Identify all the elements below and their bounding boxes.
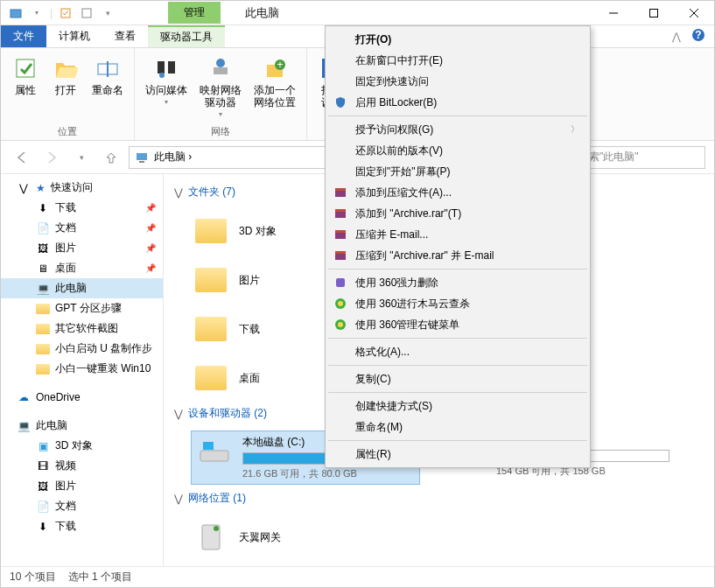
shield-icon: [333, 94, 348, 110]
folder-icon: [36, 304, 50, 314]
sidebar-video[interactable]: 🎞视频: [1, 456, 163, 476]
nav-back[interactable]: [10, 145, 34, 170]
nav-up[interactable]: [99, 145, 123, 170]
ctx-shortcut[interactable]: 创建快捷方式(S): [327, 396, 588, 416]
ctx-pin-start[interactable]: 固定到"开始"屏幕(P): [327, 161, 588, 182]
sidebar-gpt[interactable]: GPT 分区步骤: [1, 298, 163, 318]
svg-rect-0: [11, 10, 21, 18]
folder-icon: [192, 312, 230, 346]
group-network[interactable]: ⋁网络位置 (1): [174, 487, 704, 513]
video-icon: 🎞: [36, 459, 50, 473]
ribbon-collapse-icon[interactable]: ⋀: [672, 31, 681, 43]
onedrive-icon: ☁: [17, 390, 31, 404]
tab-drivetools[interactable]: 驱动器工具: [148, 25, 225, 47]
ctx-restore[interactable]: 还原以前的版本(V): [327, 140, 588, 161]
sidebar-pictures[interactable]: 🖼图片📌: [1, 238, 163, 258]
tab-file[interactable]: 文件: [1, 25, 46, 47]
qat-dropdown[interactable]: ▾: [29, 5, 45, 21]
svg-point-39: [338, 301, 343, 306]
ribbon-rename[interactable]: 重命名: [88, 52, 127, 123]
breadcrumb[interactable]: 此电脑 ›: [154, 150, 192, 164]
ctx-360-menu[interactable]: 使用 360管理右键菜单: [327, 314, 588, 335]
document-icon: 📄: [36, 221, 50, 235]
pin-icon: 📌: [145, 263, 156, 273]
svg-rect-4: [650, 9, 658, 17]
svg-point-14: [159, 73, 165, 78]
ribbon-group-network: 网络: [211, 123, 230, 138]
sidebar-downloads[interactable]: ⬇下载📌: [1, 198, 163, 218]
ctx-open[interactable]: 打开(O): [327, 29, 588, 50]
svg-point-16: [216, 59, 225, 67]
rar-icon: [333, 227, 348, 242]
sidebar-thispc2[interactable]: 💻此电脑: [1, 416, 163, 436]
search-input[interactable]: 索"此电脑": [583, 146, 705, 169]
ribbon-access-media[interactable]: 访问媒体 ▾: [142, 52, 191, 123]
folder-icon: [192, 214, 230, 248]
ctx-copy[interactable]: 复制(C): [327, 368, 588, 389]
pin-icon: 📌: [145, 223, 156, 233]
sidebar-downloads2[interactable]: ⬇下载: [1, 516, 163, 536]
sidebar-xbq[interactable]: 小白启动 U 盘制作步: [1, 339, 163, 359]
gateway-icon: [192, 520, 230, 555]
context-tab-label: 管理: [168, 2, 221, 24]
minimize-button[interactable]: [593, 1, 634, 25]
ctx-new-window[interactable]: 在新窗口中打开(E): [327, 50, 588, 71]
sidebar-thispc[interactable]: 💻此电脑: [1, 278, 163, 298]
tab-computer[interactable]: 计算机: [46, 25, 102, 47]
ctx-rename[interactable]: 重命名(M): [327, 416, 588, 438]
folder-icon: [36, 324, 50, 334]
download-icon: ⬇: [36, 201, 50, 215]
pin-icon: 📌: [145, 243, 156, 253]
sidebar-3d[interactable]: ▣3D 对象: [1, 436, 163, 456]
sidebar-onedrive[interactable]: ☁OneDrive: [1, 388, 163, 407]
titlebar: ▾ | ▾ 管理 此电脑: [1, 1, 714, 25]
nav-forward[interactable]: [39, 145, 64, 170]
tab-view[interactable]: 查看: [102, 25, 148, 47]
sidebar-quick-access[interactable]: ⋁★快速访问: [1, 178, 163, 198]
maximize-button[interactable]: [634, 1, 674, 25]
close-button[interactable]: [674, 1, 714, 25]
ctx-access[interactable]: 授予访问权限(G)〉: [327, 119, 588, 140]
svg-rect-12: [158, 61, 165, 74]
network-gateway[interactable]: 天翼网关: [174, 513, 704, 562]
media-icon: [152, 54, 180, 82]
folder-icon: [36, 344, 50, 354]
ctx-format[interactable]: 格式化(A)...: [327, 341, 588, 362]
360-icon: [333, 296, 348, 312]
ctx-add-rar[interactable]: 添加到 "Archive.rar"(T): [327, 203, 588, 224]
ribbon-add-location[interactable]: + 添加一个 网络位置: [250, 52, 299, 123]
ctx-zip-email[interactable]: 压缩并 E-mail...: [327, 224, 588, 245]
sidebar-documents[interactable]: 📄文档📌: [1, 218, 163, 238]
sidebar-documents2[interactable]: 📄文档: [1, 496, 163, 516]
help-icon[interactable]: ?: [691, 28, 705, 45]
ctx-360-scan[interactable]: 使用 360进行木马云查杀: [327, 293, 588, 314]
rar-icon: [333, 206, 348, 221]
ctx-properties[interactable]: 属性(R): [327, 444, 588, 465]
folder-icon: [192, 262, 230, 298]
sidebar-pictures2[interactable]: 🖼图片: [1, 476, 163, 496]
ribbon-open[interactable]: 打开: [48, 52, 83, 123]
ribbon-group-location: 位置: [58, 123, 77, 138]
svg-rect-9: [17, 60, 34, 77]
ctx-add-archive[interactable]: 添加到压缩文件(A)...: [327, 182, 588, 203]
properties-icon: [11, 54, 39, 82]
qat-down[interactable]: ▾: [100, 5, 116, 21]
sidebar-xbyj[interactable]: 小白一键重装 Win10: [1, 359, 163, 379]
ctx-360-delete[interactable]: 使用 360强力删除: [327, 272, 588, 293]
sidebar-other[interactable]: 其它软件截图: [1, 318, 163, 339]
rar-icon: [333, 185, 348, 200]
sidebar-desktop[interactable]: 🖥桌面📌: [1, 258, 163, 278]
svg-rect-34: [335, 230, 346, 233]
cube-icon: ▣: [36, 439, 50, 453]
ctx-zip-rar-email[interactable]: 压缩到 "Archive.rar" 并 E-mail: [327, 245, 588, 266]
qat-properties-icon[interactable]: [58, 5, 74, 21]
ribbon-map-network[interactable]: 映射网络 驱动器 ▾: [196, 52, 245, 123]
star-icon: ⋁: [17, 181, 31, 195]
ctx-bitlocker[interactable]: 启用 BitLocker(B): [327, 92, 588, 113]
nav-recent[interactable]: ▾: [69, 145, 94, 170]
qat-item2[interactable]: [79, 5, 95, 21]
ctx-pin-quick[interactable]: 固定到快速访问: [327, 71, 588, 92]
ribbon-properties[interactable]: 属性: [8, 52, 43, 123]
map-network-icon: [207, 54, 235, 82]
qat-icon[interactable]: [8, 5, 24, 21]
